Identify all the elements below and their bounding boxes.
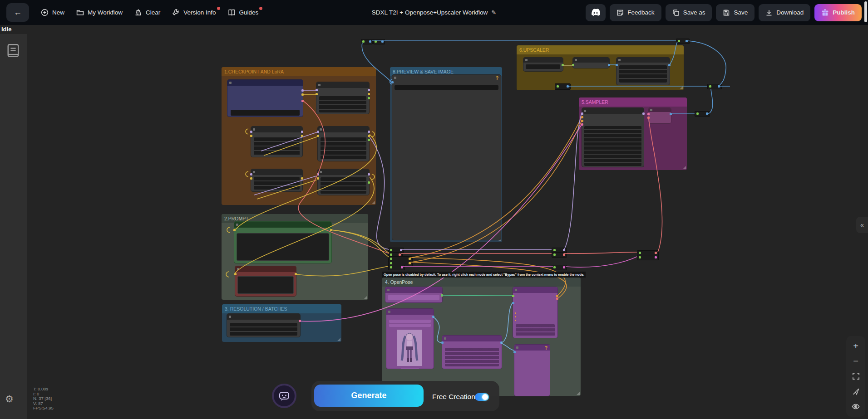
output-port[interactable] <box>295 273 297 275</box>
group-prompt[interactable]: 2.PROMPT <box>222 214 368 300</box>
output-port[interactable] <box>670 113 672 115</box>
input-port[interactable] <box>233 229 236 231</box>
input-port[interactable] <box>512 295 514 297</box>
input-port[interactable] <box>581 116 583 118</box>
input-port[interactable] <box>316 89 318 91</box>
output-port[interactable] <box>432 316 434 318</box>
output-port[interactable] <box>368 135 370 137</box>
download-button[interactable]: Download <box>759 4 810 21</box>
input-port[interactable] <box>317 173 319 175</box>
input-port[interactable] <box>441 341 444 344</box>
zoom-out-button[interactable]: − <box>849 356 863 367</box>
nav-my-workflow[interactable]: My Workflow <box>76 9 123 16</box>
reroute-node[interactable] <box>555 83 571 90</box>
node-load-upscale-model[interactable] <box>523 58 563 71</box>
input-port[interactable] <box>317 131 319 133</box>
settings-button[interactable]: ⚙ <box>5 394 14 404</box>
output-port[interactable] <box>368 173 370 175</box>
output-port[interactable] <box>301 177 303 180</box>
node-positive-prompt[interactable] <box>234 222 331 263</box>
question-badge[interactable]: ? <box>496 76 498 81</box>
output-port[interactable] <box>330 229 332 231</box>
reroute-node[interactable] <box>373 39 385 44</box>
input-port[interactable] <box>234 273 237 275</box>
group-checkpoint-lora[interactable]: 1.CHECKPOINT AND LoRA <box>222 67 376 205</box>
input-port[interactable] <box>647 113 650 115</box>
node-vae-decode[interactable] <box>648 108 671 123</box>
save-button[interactable]: Save <box>716 4 755 21</box>
nav-guides[interactable]: Guides <box>228 9 259 16</box>
input-port[interactable] <box>512 302 514 304</box>
reroute-node[interactable] <box>695 111 710 117</box>
input-port[interactable] <box>572 64 574 66</box>
output-port[interactable] <box>368 89 370 91</box>
output-port[interactable] <box>301 93 304 96</box>
node-empty-latent[interactable] <box>227 314 300 337</box>
input-port[interactable] <box>391 81 394 83</box>
output-port[interactable] <box>368 131 370 133</box>
input-port[interactable] <box>581 123 583 126</box>
output-port[interactable] <box>368 97 370 99</box>
discord-button[interactable] <box>586 4 606 21</box>
nav-new[interactable]: New <box>41 9 64 16</box>
input-port[interactable] <box>513 351 516 353</box>
reroute-node[interactable] <box>676 39 690 44</box>
reroute-node[interactable] <box>361 39 373 44</box>
output-port[interactable] <box>301 135 303 137</box>
node-lora[interactable] <box>251 127 302 157</box>
input-port[interactable] <box>250 173 252 175</box>
node-list-button[interactable] <box>6 43 20 60</box>
output-port[interactable] <box>301 100 304 102</box>
node-negative-prompt[interactable] <box>235 266 296 296</box>
prompt-textarea[interactable] <box>237 276 294 294</box>
node-upscale-image[interactable] <box>573 58 609 68</box>
publish-button[interactable]: Publish <box>814 4 862 21</box>
input-port[interactable] <box>317 177 319 180</box>
output-port[interactable] <box>668 64 671 66</box>
output-port[interactable] <box>556 297 558 300</box>
input-port[interactable] <box>250 131 252 133</box>
input-port[interactable] <box>581 112 583 115</box>
nav-clear[interactable]: Clear <box>134 9 160 16</box>
collapse-panel-tab[interactable]: « <box>856 217 868 233</box>
reroute-node[interactable] <box>552 265 567 270</box>
free-creation-toggle[interactable] <box>475 393 489 401</box>
node-openpose-loader[interactable] <box>385 287 442 302</box>
node-openpose-preprocessor[interactable] <box>442 336 502 369</box>
output-port[interactable] <box>368 93 370 95</box>
group-resolution-batches[interactable]: 3. RESOLUTION / BATCHES <box>222 304 341 342</box>
node-controlnet-apply[interactable] <box>513 287 557 338</box>
zoom-in-button[interactable]: + <box>849 341 863 352</box>
workflow-canvas[interactable]: 1.CHECKPOINT AND LoRA <box>0 0 868 419</box>
group-upscaler[interactable]: 6.UPSCALER <box>517 45 684 90</box>
output-port[interactable] <box>368 139 370 141</box>
input-port[interactable] <box>647 117 650 119</box>
output-port[interactable] <box>301 89 304 92</box>
feedback-button[interactable]: Feedback <box>610 4 661 21</box>
output-port[interactable] <box>556 295 558 297</box>
output-port[interactable] <box>441 294 443 297</box>
input-port[interactable] <box>616 64 618 66</box>
back-button[interactable]: ← <box>6 3 29 22</box>
output-port[interactable] <box>368 181 370 184</box>
node-lora[interactable] <box>251 169 302 191</box>
output-port[interactable] <box>500 341 503 344</box>
nav-version-info[interactable]: Version Info <box>172 9 216 16</box>
assistant-button[interactable] <box>272 384 296 408</box>
reroute-node[interactable] <box>637 255 659 260</box>
reroute-node[interactable] <box>388 265 405 270</box>
node-lora[interactable] <box>318 127 369 161</box>
prompt-textarea[interactable] <box>237 233 329 261</box>
question-badge[interactable]: ? <box>545 346 547 351</box>
output-port[interactable] <box>642 112 645 115</box>
edit-title-icon[interactable]: ✎ <box>491 9 496 16</box>
node-image-scale[interactable] <box>616 58 670 85</box>
node-save-image[interactable]: ? <box>392 75 501 240</box>
reroute-node[interactable] <box>552 252 567 258</box>
node-pose-preview[interactable]: ? <box>514 345 550 396</box>
node-lora[interactable] <box>316 82 369 114</box>
output-port[interactable] <box>562 64 564 66</box>
node-checkpoint-loader[interactable] <box>227 80 303 117</box>
reroute-node[interactable] <box>707 84 722 89</box>
node-lora[interactable] <box>318 169 369 195</box>
